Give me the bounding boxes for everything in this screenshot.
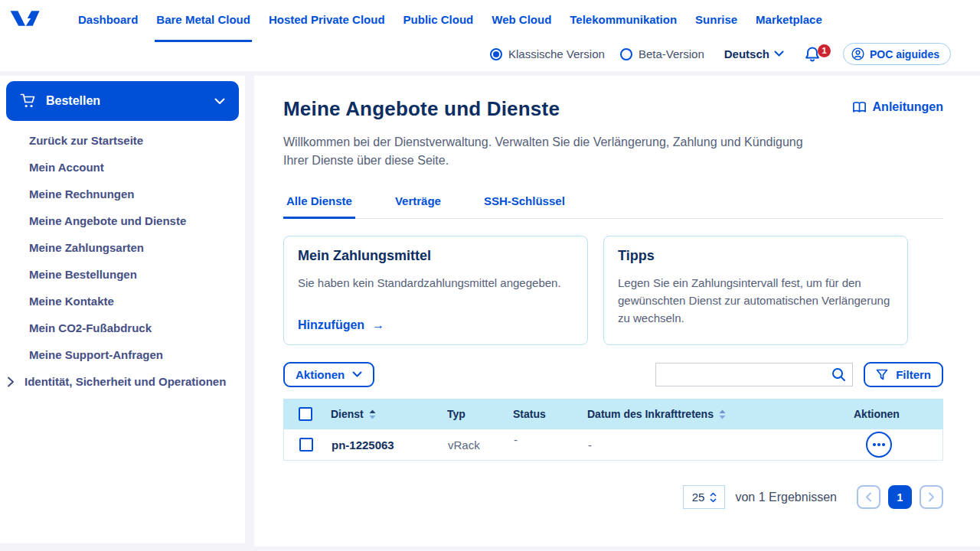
search-input[interactable]: [664, 369, 831, 381]
sidebar-item-co2[interactable]: Mein CO2-Fußabdruck: [0, 315, 245, 341]
sidebar-menu: Zurück zur Startseite Mein Account Meine…: [0, 127, 245, 395]
beta-version-label: Beta-Version: [639, 47, 704, 60]
cart-icon: [20, 93, 37, 109]
sidebar-item-bestellungen[interactable]: Meine Bestellungen: [0, 261, 245, 288]
chevron-right-icon: [928, 492, 935, 502]
chevron-down-icon: [352, 371, 362, 378]
account-label: POC aiguides: [870, 48, 939, 60]
user-icon: [851, 47, 864, 60]
actions-dropdown-button[interactable]: Aktionen: [283, 362, 374, 387]
language-selector[interactable]: Deutsch: [724, 47, 784, 60]
nav-bare-metal-cloud[interactable]: Bare Metal Cloud: [147, 2, 260, 35]
table-toolbar: Aktionen Filtern: [283, 362, 943, 387]
funnel-icon: [876, 369, 888, 380]
utility-bar: Klassische Version Beta-Version Deutsch …: [0, 37, 980, 71]
column-header-label: Aktionen: [854, 408, 900, 420]
notifications-button[interactable]: 1: [804, 46, 831, 63]
column-header-typ: Typ: [447, 408, 513, 420]
main-content: Meine Angebote und Dienste Anleitungen W…: [254, 76, 980, 546]
add-payment-link[interactable]: Hinzufügen →: [298, 318, 572, 332]
guides-link[interactable]: Anleitungen: [852, 100, 943, 114]
nav-sunrise[interactable]: Sunrise: [686, 2, 746, 35]
actions-button-label: Aktionen: [296, 368, 345, 381]
table-row: pn-1225063 vRack - -: [283, 429, 943, 461]
chevron-down-icon: [214, 98, 225, 105]
search-icon[interactable]: [831, 367, 846, 382]
account-button[interactable]: POC aiguides: [843, 43, 951, 65]
sort-icon: [369, 409, 376, 419]
sidebar-item-kontakte[interactable]: Meine Kontakte: [0, 288, 245, 315]
select-all-checkbox[interactable]: [299, 407, 312, 421]
notification-badge: 1: [818, 44, 831, 57]
row-checkbox[interactable]: [299, 438, 313, 452]
chevron-right-icon: [6, 377, 15, 387]
add-payment-link-label: Hinzufügen: [298, 318, 364, 332]
page-1-button[interactable]: 1: [888, 485, 912, 509]
classic-version-radio[interactable]: Klassische Version: [490, 47, 605, 60]
payment-method-card: Mein Zahlungsmittel Sie haben kein Stand…: [283, 236, 588, 345]
nav-telekommunikation[interactable]: Telekommunikation: [560, 2, 686, 35]
sidebar-item-angebote-dienste[interactable]: Meine Angebote und Dienste: [0, 207, 245, 234]
tips-card: Tipps Legen Sie ein Zahlungsintervall fe…: [603, 236, 908, 345]
arrow-right-icon: →: [372, 318, 384, 332]
nav-public-cloud[interactable]: Public Cloud: [394, 2, 483, 35]
nav-hosted-private-cloud[interactable]: Hosted Private Cloud: [260, 2, 394, 35]
column-header-datum[interactable]: Datum des Inkrafttretens: [587, 408, 854, 420]
column-header-label: Typ: [447, 408, 466, 420]
page-size-value: 25: [692, 491, 705, 504]
nav-web-cloud[interactable]: Web Cloud: [482, 2, 560, 35]
sidebar-item-account[interactable]: Mein Account: [0, 154, 245, 181]
sort-icon: [719, 409, 726, 419]
previous-page-button[interactable]: [857, 485, 880, 509]
sidebar-item-zahlungsarten[interactable]: Meine Zahlungsarten: [0, 234, 245, 261]
tab-alle-dienste[interactable]: Alle Dienste: [283, 194, 355, 218]
column-header-label: Datum des Inkrafttretens: [587, 408, 714, 420]
chevron-left-icon: [865, 492, 872, 502]
tab-ssh-schluessel[interactable]: SSH-Schlüssel: [481, 194, 568, 218]
filter-button[interactable]: Filtern: [864, 362, 943, 387]
service-status: -: [514, 433, 588, 446]
tab-vertraege[interactable]: Verträge: [392, 194, 444, 218]
payment-card-body: Sie haben kein Standardzahlungsmittel an…: [298, 274, 572, 292]
page-title: Meine Angebote und Dienste: [283, 97, 560, 121]
nav-dashboard[interactable]: Dashboard: [69, 2, 147, 35]
filter-button-label: Filtern: [896, 368, 931, 381]
search-field: [655, 363, 853, 386]
service-type: vRack: [448, 439, 514, 452]
order-button-label: Bestellen: [46, 94, 100, 108]
tab-bar: Alle Dienste Verträge SSH-Schlüssel: [283, 194, 943, 219]
top-navigation: Dashboard Bare Metal Cloud Hosted Privat…: [0, 0, 980, 37]
row-actions-button[interactable]: [866, 432, 892, 458]
book-icon: [852, 101, 867, 113]
radio-unselected-icon: [620, 48, 632, 60]
column-header-status: Status: [513, 408, 587, 420]
results-count-text: von 1 Ergebnissen: [735, 491, 837, 504]
header: Dashboard Bare Metal Cloud Hosted Privat…: [0, 0, 980, 71]
chevron-down-icon: [774, 51, 784, 57]
column-header-label: Dienst: [331, 408, 364, 420]
ovhcloud-logo[interactable]: [9, 7, 41, 30]
table-header-row: Dienst Typ Status Datum des Inkrafttrete…: [283, 399, 943, 429]
order-button[interactable]: Bestellen: [6, 81, 239, 121]
sidebar-item-identitaet[interactable]: Identität, Sicherheit und Operationen: [0, 368, 245, 395]
classic-version-label: Klassische Version: [508, 47, 605, 60]
pagination: 25 von 1 Ergebnissen 1: [283, 485, 943, 509]
column-header-dienst[interactable]: Dienst: [331, 408, 447, 420]
sidebar-item-support[interactable]: Meine Support-Anfragen: [0, 341, 245, 368]
service-date: -: [588, 439, 854, 452]
page-body: Bestellen Zurück zur Startseite Mein Acc…: [0, 71, 980, 546]
sidebar-item-startseite[interactable]: Zurück zur Startseite: [0, 127, 245, 154]
column-header-label: Status: [513, 408, 546, 420]
service-name-link[interactable]: pn-1225063: [332, 439, 448, 452]
sidebar-item-rechnungen[interactable]: Meine Rechnungen: [0, 181, 245, 207]
next-page-button[interactable]: [920, 485, 943, 509]
guides-link-label: Anleitungen: [873, 100, 943, 114]
page-subtitle: Willkommen bei der Dienstverwaltung. Ver…: [283, 133, 819, 170]
stepper-icon: [710, 492, 717, 503]
sidebar: Bestellen Zurück zur Startseite Mein Acc…: [0, 76, 245, 543]
beta-version-radio[interactable]: Beta-Version: [620, 47, 704, 60]
page-size-select[interactable]: 25: [683, 485, 725, 509]
nav-marketplace[interactable]: Marketplace: [746, 2, 831, 35]
column-header-aktionen: Aktionen: [854, 408, 943, 420]
language-label: Deutsch: [724, 47, 769, 60]
